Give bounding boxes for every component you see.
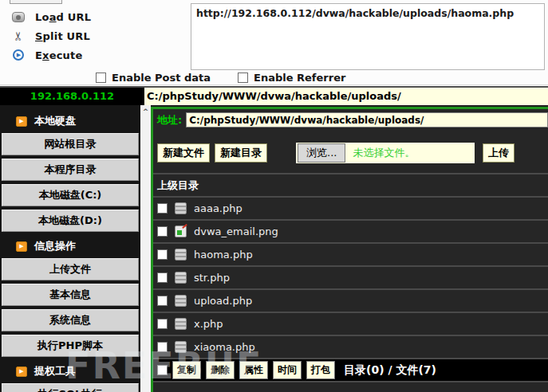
split-url-label: Split URL [35, 30, 90, 42]
enable-post-data-option[interactable]: Enable Post data [96, 70, 211, 84]
file-manager-frame: 地址: 新建文件 新建目录 浏览... 未选择文件。 上传 上级目录 [151, 105, 548, 392]
sidebar-scrollbar[interactable]: ^ [140, 105, 151, 392]
file-name[interactable]: dvwa_email.png [194, 225, 278, 237]
file-icon [175, 318, 187, 330]
parent-dir-link[interactable]: 上级目录 [157, 178, 199, 193]
split-url-button[interactable]: ✂ Split URL [11, 27, 90, 45]
file-chooser[interactable]: 浏览... 未选择文件。 [296, 143, 475, 163]
webshell-frames: 192.168.0.112 C:/phpStudy/WWW/dvwa/hacka… [0, 86, 548, 392]
browse-button[interactable]: 浏览... [298, 143, 345, 163]
file-row: str.php [153, 265, 548, 288]
load-url-button[interactable]: Load URL [11, 8, 91, 25]
file-checkbox[interactable] [157, 319, 168, 329]
file-checkbox[interactable] [157, 226, 168, 237]
sidebar-section-info-ops[interactable]: ▶ 信息操作 [0, 237, 140, 255]
file-checkbox[interactable] [157, 249, 168, 260]
upload-button[interactable]: 上传 [483, 143, 514, 163]
file-row: x.php [153, 312, 548, 335]
screen: Load URL ✂ Split URL ▶ Execute http://19… [0, 0, 548, 392]
enable-post-data-label: Enable Post data [112, 72, 211, 84]
copy-button[interactable]: 复制 [172, 361, 201, 379]
execute-label: Execute [35, 49, 83, 61]
execute-button[interactable]: ▶ Execute [11, 46, 83, 64]
enable-post-data-checkbox[interactable] [96, 73, 106, 83]
file-name[interactable]: aaaa.php [194, 202, 242, 214]
load-url-label: Load URL [35, 11, 91, 23]
file-icon [175, 202, 187, 214]
file-list: 上级目录 aaaa.php dvwa_email.png [153, 173, 548, 382]
sidebar-item-upload-file[interactable]: 上传文件 [2, 258, 139, 280]
pack-button[interactable]: 打包 [306, 361, 335, 379]
enable-referrer-option[interactable]: Enable Referrer [238, 70, 345, 84]
folder-arrow-icon: ▶ [16, 241, 27, 252]
folder-arrow-icon: ▶ [16, 367, 27, 377]
scroll-up-arrow[interactable]: ^ [140, 105, 151, 116]
sidebar-item-disk-d[interactable]: 本地磁盘(D:) [2, 210, 139, 232]
sidebar-section-local-disk[interactable]: ▶ 本地硬盘 [0, 112, 140, 130]
delete-button[interactable]: 删除 [206, 361, 235, 379]
actions-bar: 复制 删除 属性 时间 打包 目录(0) / 文件(7) [153, 358, 548, 382]
select-all-checkbox[interactable] [157, 365, 168, 375]
section-title: 本地硬盘 [34, 114, 76, 128]
file-row: dvwa_email.png [153, 219, 548, 242]
sidebar-menu: ▶ 本地硬盘 网站根目录 本程序目录 本地磁盘(C:) 本地磁盘(D:) ▶ 信… [0, 105, 140, 392]
url-input[interactable]: http://192.168.0.112/dvwa/hackable/uploa… [191, 3, 545, 70]
file-row: upload.php [153, 288, 548, 312]
image-file-icon [175, 225, 187, 237]
sidebar-item-basic-info[interactable]: 基本信息 [2, 284, 139, 306]
address-label: 地址: [157, 113, 182, 127]
parent-dir-row[interactable]: 上级目录 [153, 173, 548, 196]
cutoff-element [10, 0, 62, 4]
sidebar-section-privilege-tools[interactable]: ▶ 提权工具 [0, 363, 140, 380]
summary-text: 目录(0) / 文件(7) [344, 363, 436, 378]
file-checkbox[interactable] [157, 296, 168, 306]
enable-referrer-checkbox[interactable] [238, 73, 248, 83]
new-file-button[interactable]: 新建文件 [157, 143, 210, 163]
ip-bar: 192.168.0.112 [0, 88, 144, 105]
new-dir-button[interactable]: 新建目录 [215, 143, 267, 163]
address-row: 地址: [153, 109, 548, 131]
split-url-icon: ✂ [11, 29, 26, 43]
sidebar-item-disk-c[interactable]: 本地磁盘(C:) [2, 184, 139, 206]
load-url-icon [11, 12, 26, 22]
file-checkbox[interactable] [157, 203, 168, 214]
section-title: 提权工具 [34, 364, 76, 378]
sidebar-item-run-sql[interactable]: 执行SQL执行 [2, 383, 139, 392]
hackbar-toolbar: Load URL ✂ Split URL ▶ Execute http://19… [0, 0, 548, 85]
file-name[interactable]: upload.php [194, 295, 252, 307]
file-checkbox[interactable] [157, 342, 168, 352]
file-row: haoma.php [153, 242, 548, 265]
file-icon [175, 295, 187, 307]
sidebar-item-system-info[interactable]: 系统信息 [2, 309, 139, 331]
properties-button[interactable]: 属性 [239, 361, 268, 379]
file-name[interactable]: xiaoma.php [194, 341, 255, 353]
file-icon [175, 249, 187, 261]
enable-referrer-label: Enable Referrer [254, 72, 345, 84]
file-name[interactable]: x.php [194, 318, 223, 330]
file-checkbox[interactable] [157, 272, 168, 283]
hackbar-options: Enable Post data Enable Referrer [96, 70, 345, 84]
file-name[interactable]: str.php [194, 272, 230, 284]
execute-icon: ▶ [11, 49, 26, 61]
file-name[interactable]: haoma.php [194, 249, 253, 261]
folder-arrow-icon: ▶ [16, 116, 27, 127]
file-icon [175, 341, 187, 353]
file-row: xiaoma.php [153, 335, 548, 358]
file-toolbar: 新建文件 新建目录 浏览... 未选择文件。 上传 [153, 143, 548, 163]
no-file-selected-text: 未选择文件。 [353, 146, 415, 160]
sidebar-item-run-php[interactable]: 执行PHP脚本 [2, 335, 139, 357]
section-title: 信息操作 [34, 239, 76, 253]
sidebar-item-web-root[interactable]: 网站根目录 [2, 133, 139, 155]
address-input[interactable] [186, 112, 548, 127]
file-manager: 地址: 新建文件 新建目录 浏览... 未选择文件。 上传 上级目录 [151, 107, 548, 392]
file-icon [175, 272, 187, 284]
time-button[interactable]: 时间 [273, 361, 302, 379]
sidebar-item-program-dir[interactable]: 本程序目录 [2, 159, 139, 181]
path-bar: C:/phpStudy/WWW/dvwa/hackable/uploads/ [144, 88, 548, 105]
file-row: aaaa.php [153, 196, 548, 219]
